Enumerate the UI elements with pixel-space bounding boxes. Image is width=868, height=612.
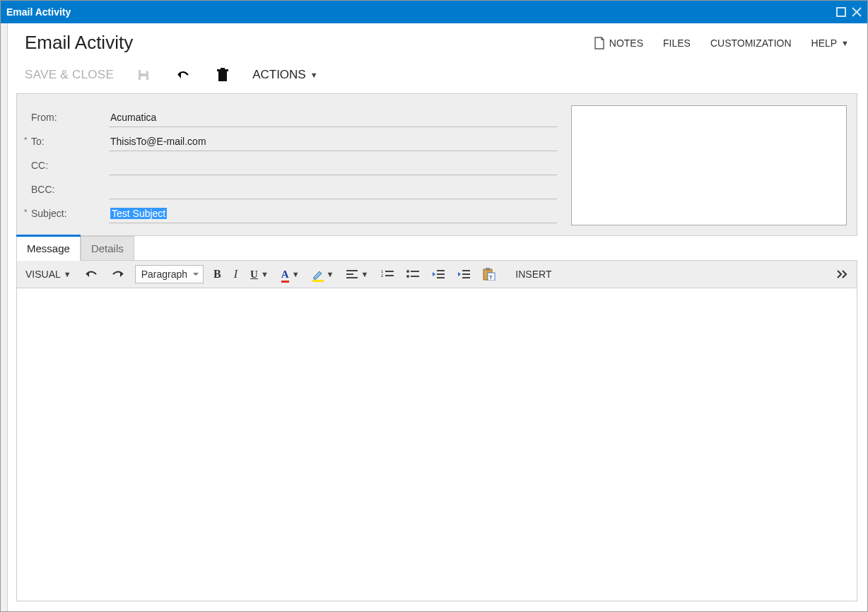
- visual-label: VISUAL: [25, 269, 61, 280]
- chevron-down-icon: ▼: [841, 39, 849, 47]
- save-button[interactable]: [134, 65, 153, 85]
- svg-point-15: [406, 270, 409, 273]
- chevron-down-icon: ▼: [292, 270, 300, 278]
- bullet-list-icon: [406, 269, 419, 279]
- bullet-list-button[interactable]: [404, 267, 422, 281]
- chevron-down-icon: ▼: [261, 270, 269, 278]
- chevron-down-icon: ▼: [327, 270, 334, 278]
- svg-rect-26: [486, 268, 490, 271]
- undo-button[interactable]: [173, 65, 193, 85]
- undo-icon: [84, 269, 98, 279]
- outdent-button[interactable]: [429, 267, 447, 281]
- svg-text:T: T: [489, 274, 493, 281]
- tab-details[interactable]: Details: [81, 236, 134, 261]
- page-header: Email Activity NOTES FILES CUSTOMIZATION…: [8, 23, 866, 58]
- help-button[interactable]: HELP ▼: [811, 37, 849, 49]
- to-label: To:: [31, 136, 109, 147]
- actions-label: ACTIONS: [252, 68, 306, 82]
- page-title: Email Activity: [25, 32, 133, 54]
- insert-button[interactable]: INSERT: [512, 266, 554, 282]
- bcc-label: BCC:: [31, 184, 109, 195]
- svg-rect-5: [218, 71, 227, 81]
- to-row: To: ThisisTo@E-mail.com: [31, 129, 557, 153]
- customization-label: CUSTOMIZATION: [710, 37, 792, 49]
- ordered-list-button[interactable]: 12: [378, 267, 397, 281]
- tab-message[interactable]: Message: [16, 236, 81, 261]
- from-row: From: Acumatica: [31, 105, 557, 129]
- clipboard-icon: T: [483, 268, 495, 281]
- svg-rect-3: [141, 70, 146, 73]
- svg-rect-4: [141, 76, 146, 80]
- chevron-down-icon: ▼: [360, 270, 368, 278]
- email-form-panel: From: Acumatica To: ThisisTo@E-mail.com …: [16, 93, 857, 236]
- svg-text:2: 2: [381, 273, 384, 278]
- trash-icon: [216, 68, 229, 82]
- save-close-button[interactable]: SAVE & CLOSE: [25, 68, 114, 82]
- font-color-button[interactable]: A ▼: [278, 266, 303, 283]
- undo-icon: [175, 69, 191, 81]
- svg-point-16: [406, 275, 409, 278]
- svg-rect-0: [837, 8, 845, 16]
- redo-icon: [111, 269, 125, 279]
- delete-button[interactable]: [213, 65, 233, 85]
- window-controls: [836, 7, 862, 17]
- visual-mode-button[interactable]: VISUAL ▼: [23, 266, 74, 282]
- close-icon[interactable]: [852, 7, 862, 17]
- toolbar-overflow-button[interactable]: [834, 268, 851, 281]
- bcc-row: BCC:: [31, 177, 557, 201]
- svg-rect-7: [221, 68, 225, 69]
- to-input[interactable]: ThisisTo@E-mail.com: [109, 131, 557, 151]
- help-label: HELP: [811, 37, 838, 49]
- editor-redo-button[interactable]: [108, 267, 128, 281]
- chevron-down-icon: ▼: [310, 71, 318, 79]
- save-icon: [136, 68, 151, 82]
- underline-icon: U: [250, 269, 258, 281]
- chevron-down-icon: ▼: [64, 270, 71, 278]
- message-body-editor[interactable]: [17, 288, 857, 601]
- editor-undo-button[interactable]: [81, 267, 101, 281]
- editor-toolbar: VISUAL ▼ Paragraph B: [17, 260, 857, 288]
- tabs: Message Details: [16, 235, 857, 260]
- background-sliver: [1, 23, 8, 611]
- bcc-input[interactable]: [109, 180, 557, 199]
- subject-row: Subject: Test Subject: [31, 201, 557, 225]
- cc-row: CC:: [31, 153, 557, 177]
- customization-button[interactable]: CUSTOMIZATION: [710, 37, 792, 49]
- window-title: Email Activity: [6, 6, 71, 18]
- bold-icon: B: [213, 268, 221, 281]
- italic-icon: I: [234, 268, 237, 281]
- from-input[interactable]: Acumatica: [109, 107, 557, 127]
- indent-button[interactable]: [454, 267, 473, 281]
- paste-special-button[interactable]: T: [480, 266, 498, 283]
- paragraph-style-select[interactable]: Paragraph: [135, 265, 204, 283]
- content-area: Email Activity NOTES FILES CUSTOMIZATION…: [8, 23, 866, 610]
- align-icon: [346, 269, 358, 279]
- outdent-icon: [432, 269, 445, 279]
- paragraph-label: Paragraph: [141, 269, 187, 280]
- highlight-button[interactable]: ▼: [310, 266, 337, 282]
- insert-label: INSERT: [515, 269, 551, 280]
- main-toolbar: SAVE & CLOSE ACTIONS ▼: [8, 58, 866, 93]
- highlight-icon: [312, 269, 324, 280]
- notes-button[interactable]: NOTES: [594, 37, 643, 49]
- preview-box: [571, 105, 847, 225]
- ordered-list-icon: 12: [381, 269, 394, 279]
- from-label: From:: [31, 112, 109, 123]
- cc-label: CC:: [31, 160, 109, 171]
- font-color-icon: A: [281, 269, 289, 281]
- subject-input[interactable]: Test Subject: [109, 204, 557, 223]
- maximize-icon[interactable]: [836, 7, 846, 17]
- italic-button[interactable]: I: [231, 266, 240, 283]
- underline-button[interactable]: U ▼: [247, 266, 271, 283]
- files-button[interactable]: FILES: [663, 37, 691, 49]
- editor-panel: VISUAL ▼ Paragraph B: [16, 260, 857, 601]
- actions-dropdown[interactable]: ACTIONS ▼: [252, 68, 317, 82]
- email-activity-window: Email Activity Email Activity NOTES: [0, 0, 868, 612]
- cc-input[interactable]: [109, 155, 557, 175]
- bold-button[interactable]: B: [211, 266, 224, 283]
- notes-icon: [594, 37, 605, 49]
- subject-label: Subject:: [31, 208, 109, 219]
- svg-rect-6: [217, 69, 228, 71]
- chevrons-right-icon: [837, 270, 848, 278]
- align-button[interactable]: ▼: [344, 267, 371, 281]
